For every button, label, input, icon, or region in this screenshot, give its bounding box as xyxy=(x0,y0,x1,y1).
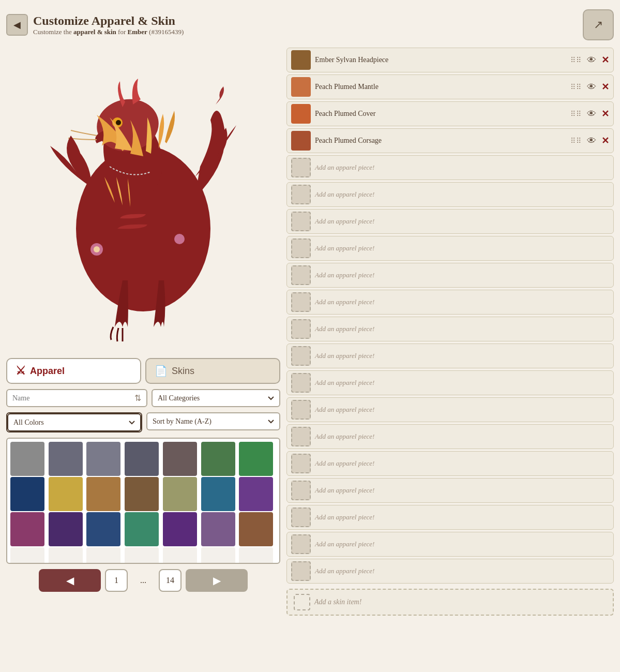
drag-handle-icon[interactable]: ⠿⠿ xyxy=(570,137,582,145)
grid-item[interactable] xyxy=(125,442,159,476)
apparel-slot-empty-label[interactable]: Add an apparel piece! xyxy=(315,513,609,521)
grid-item[interactable] xyxy=(125,512,159,546)
apparel-slot[interactable]: Add an apparel piece! xyxy=(286,209,614,234)
grid-item[interactable] xyxy=(239,477,273,511)
apparel-slot[interactable]: Add an apparel piece! xyxy=(286,317,614,341)
apparel-slot[interactable]: Add an apparel piece! xyxy=(286,290,614,315)
apparel-slot-empty-label[interactable]: Add an apparel piece! xyxy=(315,190,609,199)
apparel-slot-empty-label[interactable]: Add an apparel piece! xyxy=(315,298,609,306)
apparel-slot[interactable]: Add an apparel piece! xyxy=(286,263,614,288)
apparel-tab-label: Apparel xyxy=(30,366,65,377)
remove-button[interactable]: ✕ xyxy=(601,135,609,146)
eye-icon[interactable]: 👁 xyxy=(587,55,596,66)
apparel-slot[interactable]: Add an apparel piece! xyxy=(286,478,614,503)
apparel-slot[interactable]: Add an apparel piece! xyxy=(286,370,614,395)
share-button[interactable]: ↗ xyxy=(583,9,614,40)
drag-handle-icon[interactable]: ⠿⠿ xyxy=(570,83,582,92)
grid-item[interactable] xyxy=(86,477,120,511)
apparel-slot-empty-label[interactable]: Add an apparel piece! xyxy=(315,325,609,333)
apparel-slot-placeholder-icon xyxy=(291,400,311,420)
page-last-button[interactable]: 14 xyxy=(159,569,182,592)
apparel-slot-empty-label[interactable]: Add an apparel piece! xyxy=(315,244,609,252)
eye-icon[interactable]: 👁 xyxy=(587,136,596,146)
sort-select[interactable]: Sort by Name (A-Z) Sort by Name (Z-A) So… xyxy=(146,412,280,430)
apparel-slot: Peach Plumed Mantle⠿⠿👁✕ xyxy=(286,74,614,99)
skins-tab-label: Skins xyxy=(172,366,194,377)
drag-handle-icon[interactable]: ⠿⠿ xyxy=(570,110,582,118)
grid-item-placeholder xyxy=(10,547,44,563)
grid-item[interactable] xyxy=(49,512,83,546)
prev-icon: ◀ xyxy=(66,574,74,587)
grid-item[interactable] xyxy=(201,512,235,546)
prev-page-button[interactable]: ◀ xyxy=(39,569,101,592)
apparel-slot-empty-label[interactable]: Add an apparel piece! xyxy=(315,271,609,279)
dragon-preview xyxy=(6,48,280,353)
remove-button[interactable]: ✕ xyxy=(601,108,609,120)
grid-item[interactable] xyxy=(86,442,120,476)
grid-item[interactable] xyxy=(86,512,120,546)
apparel-slot[interactable]: Add an apparel piece! xyxy=(286,451,614,476)
apparel-slot-placeholder-icon xyxy=(291,373,311,393)
grid-item[interactable] xyxy=(49,477,83,511)
apparel-slot-placeholder-icon xyxy=(291,212,311,231)
apparel-slot[interactable]: Add an apparel piece! xyxy=(286,559,614,584)
apparel-thumbnail xyxy=(291,131,311,151)
apparel-slot-placeholder-icon xyxy=(291,534,311,554)
apparel-slot-placeholder-icon xyxy=(291,454,311,473)
skin-slot-label[interactable]: Add a skin item! xyxy=(314,598,361,606)
grid-item[interactable] xyxy=(10,512,44,546)
grid-item[interactable] xyxy=(49,442,83,476)
eye-icon[interactable]: 👁 xyxy=(587,82,596,93)
grid-item[interactable] xyxy=(201,477,235,511)
tab-apparel[interactable]: ⚔ Apparel xyxy=(6,358,141,384)
page-1-button[interactable]: 1 xyxy=(105,569,128,592)
apparel-slot[interactable]: Add an apparel piece! xyxy=(286,505,614,530)
next-page-button[interactable]: ▶ xyxy=(186,569,248,592)
apparel-slot-empty-label[interactable]: Add an apparel piece! xyxy=(315,406,609,414)
grid-item[interactable] xyxy=(125,477,159,511)
remove-button[interactable]: ✕ xyxy=(601,81,609,93)
grid-item[interactable] xyxy=(239,442,273,476)
back-button[interactable]: ◀ xyxy=(6,14,28,36)
apparel-slot[interactable]: Add an apparel piece! xyxy=(286,397,614,422)
apparel-slot-placeholder-icon xyxy=(291,346,311,366)
grid-item[interactable] xyxy=(163,442,197,476)
color-select[interactable]: All Colors Red Blue Green Yellow Purple … xyxy=(7,413,141,431)
grid-item[interactable] xyxy=(163,512,197,546)
grid-item[interactable] xyxy=(239,512,273,546)
apparel-slot-empty-label[interactable]: Add an apparel piece! xyxy=(315,379,609,387)
share-icon: ↗ xyxy=(594,18,603,32)
category-select[interactable]: All Categories Accessories Armor Clothin… xyxy=(152,389,280,407)
apparel-slot-empty-label[interactable]: Add an apparel piece! xyxy=(315,432,609,441)
name-input[interactable] xyxy=(12,394,131,402)
remove-button[interactable]: ✕ xyxy=(601,54,609,66)
grid-item[interactable] xyxy=(10,477,44,511)
right-panel: Ember Sylvan Headpiece⠿⠿👁✕Peach Plumed M… xyxy=(286,48,614,616)
pagination: ◀ 1 ... 14 ▶ xyxy=(6,569,280,592)
apparel-slot[interactable]: Add an apparel piece! xyxy=(286,236,614,261)
apparel-slot-empty-label[interactable]: Add an apparel piece! xyxy=(315,163,609,172)
apparel-slot[interactable]: Add an apparel piece! xyxy=(286,424,614,449)
grid-item[interactable] xyxy=(201,442,235,476)
apparel-slot-empty-label[interactable]: Add an apparel piece! xyxy=(315,217,609,226)
svg-point-6 xyxy=(94,246,100,252)
apparel-slot[interactable]: Add an apparel piece! xyxy=(286,155,614,180)
apparel-slot-empty-label[interactable]: Add an apparel piece! xyxy=(315,352,609,360)
apparel-slot[interactable]: Add an apparel piece! xyxy=(286,344,614,368)
apparel-actions: ⠿⠿👁✕ xyxy=(570,81,609,93)
main-content: ⚔ Apparel 📄 Skins ⇅ All Categories Ac xyxy=(6,48,614,616)
skins-icon: 📄 xyxy=(155,365,168,377)
skin-slot[interactable]: Add a skin item! xyxy=(286,589,614,616)
apparel-slot[interactable]: Add an apparel piece! xyxy=(286,182,614,207)
apparel-slot-empty-label[interactable]: Add an apparel piece! xyxy=(315,540,609,548)
apparel-slot[interactable]: Add an apparel piece! xyxy=(286,532,614,557)
tab-skins[interactable]: 📄 Skins xyxy=(145,358,280,384)
apparel-slot-empty-label[interactable]: Add an apparel piece! xyxy=(315,567,609,575)
grid-item[interactable] xyxy=(163,477,197,511)
apparel-slot-empty-label[interactable]: Add an apparel piece! xyxy=(315,459,609,468)
grid-item[interactable] xyxy=(10,442,44,476)
eye-icon[interactable]: 👁 xyxy=(587,109,596,120)
apparel-actions: ⠿⠿👁✕ xyxy=(570,54,609,66)
apparel-slot-empty-label[interactable]: Add an apparel piece! xyxy=(315,486,609,495)
drag-handle-icon[interactable]: ⠿⠿ xyxy=(570,56,582,65)
